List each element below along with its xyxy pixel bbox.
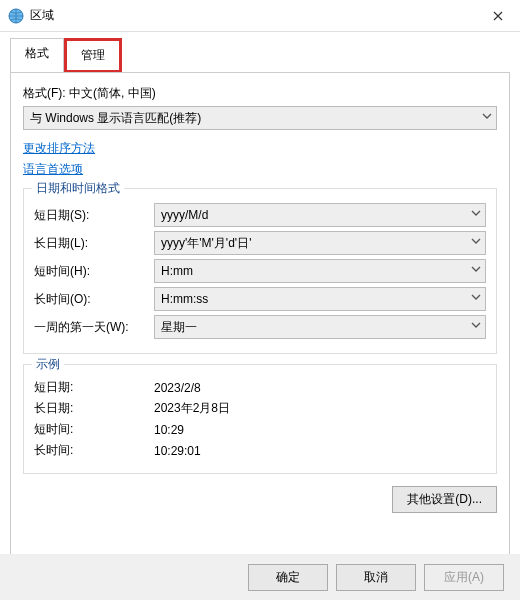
- globe-icon: [8, 8, 24, 24]
- ex-short-date-label: 短日期:: [34, 379, 154, 396]
- ok-button[interactable]: 确定: [248, 564, 328, 591]
- other-settings-button[interactable]: 其他设置(D)...: [392, 486, 497, 513]
- first-day-label: 一周的第一天(W):: [34, 319, 154, 336]
- dialog-buttons: 确定 取消 应用(A): [0, 554, 520, 600]
- tab-bar: 格式 管理: [0, 32, 520, 73]
- short-time-value: H:mm: [154, 259, 486, 283]
- close-button[interactable]: [476, 0, 520, 32]
- first-day-select[interactable]: 星期一: [154, 315, 486, 339]
- ex-long-time-value: 10:29:01: [154, 444, 201, 458]
- datetime-formats-group: 日期和时间格式 短日期(S): yyyy/M/d 长日期(L): yyyy'年'…: [23, 188, 497, 354]
- format-language-value: 与 Windows 显示语言匹配(推荐): [23, 106, 497, 130]
- change-sort-link[interactable]: 更改排序方法: [23, 140, 497, 157]
- tab-admin[interactable]: 管理: [64, 38, 122, 73]
- close-icon: [493, 11, 503, 21]
- ex-short-time-label: 短时间:: [34, 421, 154, 438]
- language-pref-link[interactable]: 语言首选项: [23, 161, 497, 178]
- long-time-select[interactable]: H:mm:ss: [154, 287, 486, 311]
- links-area: 更改排序方法 语言首选项: [23, 140, 497, 178]
- long-date-label: 长日期(L):: [34, 235, 154, 252]
- short-time-select[interactable]: H:mm: [154, 259, 486, 283]
- tab-format[interactable]: 格式: [10, 38, 64, 73]
- short-date-label: 短日期(S):: [34, 207, 154, 224]
- ex-long-date-label: 长日期:: [34, 400, 154, 417]
- ex-long-date-value: 2023年2月8日: [154, 400, 230, 417]
- short-date-select[interactable]: yyyy/M/d: [154, 203, 486, 227]
- ex-short-time-value: 10:29: [154, 423, 184, 437]
- short-date-value: yyyy/M/d: [154, 203, 486, 227]
- format-panel: 格式(F): 中文(简体, 中国) 与 Windows 显示语言匹配(推荐) 更…: [10, 72, 510, 570]
- window-title: 区域: [30, 7, 476, 24]
- ex-short-date-value: 2023/2/8: [154, 381, 201, 395]
- apply-button[interactable]: 应用(A): [424, 564, 504, 591]
- long-date-select[interactable]: yyyy'年'M'月'd'日': [154, 231, 486, 255]
- long-time-label: 长时间(O):: [34, 291, 154, 308]
- format-language-select[interactable]: 与 Windows 显示语言匹配(推荐): [23, 106, 497, 130]
- examples-legend: 示例: [32, 356, 64, 373]
- examples-group: 示例 短日期: 2023/2/8 长日期: 2023年2月8日 短时间: 10:…: [23, 364, 497, 474]
- short-time-label: 短时间(H):: [34, 263, 154, 280]
- datetime-formats-legend: 日期和时间格式: [32, 180, 124, 197]
- format-label: 格式(F): 中文(简体, 中国): [23, 85, 497, 102]
- long-time-value: H:mm:ss: [154, 287, 486, 311]
- long-date-value: yyyy'年'M'月'd'日': [154, 231, 486, 255]
- title-bar: 区域: [0, 0, 520, 32]
- cancel-button[interactable]: 取消: [336, 564, 416, 591]
- ex-long-time-label: 长时间:: [34, 442, 154, 459]
- first-day-value: 星期一: [154, 315, 486, 339]
